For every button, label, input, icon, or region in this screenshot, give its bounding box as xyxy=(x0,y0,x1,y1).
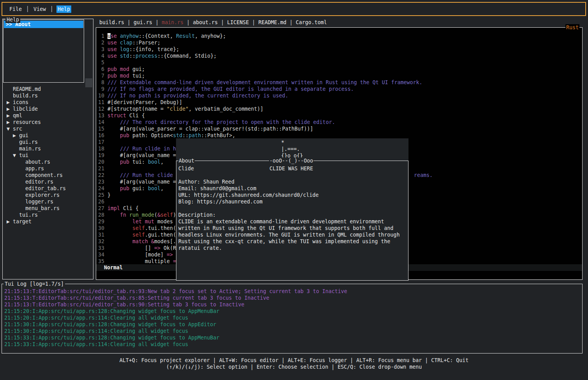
tui-log-title: Tui Log [log=1.7/s] xyxy=(4,281,65,287)
about-product-name: ClideCLIDE WAS HERE xyxy=(176,165,408,172)
code-line[interactable]: 5 xyxy=(96,59,582,66)
about-description-label: Description: xyxy=(176,212,408,218)
tab-gui.rs[interactable]: gui.rs xyxy=(134,19,152,25)
code-line[interactable]: 15 #[arg(value_parser = clap::value_pars… xyxy=(96,125,582,132)
tab-about.rs[interactable]: about.rs xyxy=(193,19,218,25)
code-line[interactable]: 6pub mod gui; xyxy=(96,66,582,72)
tab-LICENSE[interactable]: LICENSE xyxy=(227,19,249,25)
about-field: Author: Shaun Reed xyxy=(176,179,408,185)
keybinding-help-bar: ALT+Q: Focus project explorer | ALT+W: F… xyxy=(0,357,588,370)
tree-item[interactable]: ▼ src xyxy=(4,125,66,132)
tree-item[interactable]: app.rs xyxy=(4,165,66,172)
about-description-line: Rust using the cxx-qt crate, while the T… xyxy=(176,238,408,245)
about-field: URL: https://git.shaunreed.com/shaunrd0/… xyxy=(176,192,408,198)
tree-item[interactable]: ▶ libclide xyxy=(4,106,66,112)
log-line: 21:15:20:I:App:src/tui/app.rs:114:Cleari… xyxy=(4,315,347,321)
about-field: Blog: https://shaunreed.com xyxy=(176,198,408,205)
help-dropdown-title: Help xyxy=(5,16,20,23)
keybinding-help-line-1: ALT+Q: Focus project explorer | ALT+W: F… xyxy=(0,357,588,364)
tree-item[interactable]: ▶ target xyxy=(4,218,66,225)
tree-item[interactable]: editor.rs xyxy=(4,179,66,185)
editor-tabs: build.rs | gui.rs | main.rs | about.rs |… xyxy=(99,19,327,26)
tree-item[interactable]: ▶ qml xyxy=(4,112,66,119)
owl-ascii-art-icon: * |.===. {}o o{} xyxy=(269,139,303,159)
log-line: 21:15:33:I:App:src/tui/app.rs:114:Cleari… xyxy=(4,341,347,348)
tree-item[interactable]: ▶ gui xyxy=(4,132,66,139)
code-line[interactable]: 2use clap::Parser; xyxy=(96,39,582,46)
language-badge: Rust xyxy=(565,24,579,31)
log-line: 21:15:30:I:App:src/tui/app.rs:114:Cleari… xyxy=(4,328,347,334)
tree-item[interactable]: editor_tab.rs xyxy=(4,185,66,192)
tree-item[interactable]: about.rs xyxy=(4,159,66,165)
code-line[interactable]: 16 pub path: Option<std::path::PathBuf>, xyxy=(96,132,582,139)
log-line: 21:15:33:I:App:src/tui/app.rs:128:Changi… xyxy=(4,334,347,341)
owl-feet-ascii-icon: -ooO--(_)--Ooo xyxy=(269,157,313,164)
about-description-line: CLIDE is an extendable command-line driv… xyxy=(176,218,408,225)
tree-item[interactable]: gui.rs xyxy=(4,139,66,145)
about-dialog-title: About xyxy=(178,157,195,164)
log-line: 21:15:20:I:App:src/tui/app.rs:128:Changi… xyxy=(4,308,347,315)
log-line: 21:15:30:I:App:src/tui/app.rs:128:Changi… xyxy=(4,321,347,328)
tree-item[interactable]: ▶ resources xyxy=(4,119,66,125)
about-description-line: written in Rust using the Qt UI framewor… xyxy=(176,225,408,232)
about-description-line: headless Linux environments. The GUI is … xyxy=(176,232,408,238)
about-tagline: CLIDE WAS HERE xyxy=(269,165,313,172)
about-dialog-box: About -ooO--(_)--Ooo ClideCLIDE WAS HERE… xyxy=(176,161,408,281)
about-dialog: * |.===. {}o o{} About -ooO--(_)--Ooo Cl… xyxy=(176,138,408,281)
about-description-line: ratatui crate. xyxy=(176,245,408,251)
tab-main.rs[interactable]: main.rs xyxy=(162,19,183,25)
code-line[interactable]: 4use std::process::{Command, Stdio}; xyxy=(96,53,582,59)
menu-item-view[interactable]: View xyxy=(32,5,47,13)
file-tree: README.md build.rs▶ icons▶ libclide▶ qml… xyxy=(4,86,66,225)
tree-item[interactable]: build.rs xyxy=(4,92,66,99)
menu-item-help[interactable]: Help xyxy=(56,5,71,13)
tree-item[interactable]: menu_bar.rs xyxy=(4,205,66,212)
tree-item[interactable]: component.rs xyxy=(4,172,66,179)
code-line[interactable]: 12#[structopt(name = "clide", verbatim_d… xyxy=(96,106,582,112)
code-line[interactable]: 14 /// The root directory for the projec… xyxy=(96,119,582,125)
code-line[interactable]: 11#[derive(Parser, Debug)] xyxy=(96,99,582,106)
explorer-scrollbar-thumb[interactable] xyxy=(85,78,92,87)
tree-item[interactable]: tui.rs xyxy=(4,212,66,218)
code-line[interactable]: 1use anyhow::{Context, Result, anyhow}; xyxy=(96,33,582,39)
code-line-tail: reams. xyxy=(414,172,433,179)
code-line[interactable]: 9/// If no flags are provided, the GUI e… xyxy=(96,86,582,92)
editor-mode: Normal xyxy=(104,265,123,270)
tab-README.md[interactable]: README.md xyxy=(258,19,286,25)
log-line: 21:15:13:T:EditorTab:src/tui/editor_tab.… xyxy=(4,301,347,308)
tab-build.rs[interactable]: build.rs xyxy=(99,19,124,25)
menu-item-file[interactable]: File xyxy=(8,5,23,13)
log-line: 21:15:13:T:EditorTab:src/tui/editor_tab.… xyxy=(4,288,347,295)
tree-item[interactable]: ▼ tui xyxy=(4,152,66,159)
help-dropdown: Help >> About xyxy=(3,19,84,83)
log-lines: 21:15:13:T:EditorTab:src/tui/editor_tab.… xyxy=(4,288,347,348)
log-line: 21:15:13:T:EditorTab:src/tui/editor_tab.… xyxy=(4,295,347,301)
keybinding-help-line-2: (↑/k)/(↓/j): Select option | Enter: Choo… xyxy=(0,364,588,370)
tree-item[interactable]: logger.rs xyxy=(4,198,66,205)
about-field: Email: shaunrd0@gmail.com xyxy=(176,185,408,192)
tui-log-panel[interactable]: Tui Log [log=1.7/s] 21:15:13:T:EditorTab… xyxy=(2,284,583,353)
code-line[interactable]: 13struct Cli { xyxy=(96,112,582,119)
tree-item[interactable]: explorer.rs xyxy=(4,192,66,198)
tree-item[interactable]: main.rs xyxy=(4,145,66,152)
code-line[interactable]: 7pub mod tui; xyxy=(96,72,582,79)
clide-app: File│View│Help README.md build.rs▶ icons… xyxy=(0,0,588,380)
tree-item[interactable]: README.md xyxy=(4,86,66,92)
code-line[interactable]: 10/// If no path is provided, the curren… xyxy=(96,92,582,99)
code-line[interactable]: 3use log::{info, trace}; xyxy=(96,46,582,53)
tab-Cargo.toml[interactable]: Cargo.toml xyxy=(296,19,327,25)
code-line[interactable]: 8/// Extendable command-line driven deve… xyxy=(96,79,582,86)
about-content: ClideCLIDE WAS HEREAuthor: Shaun ReedEma… xyxy=(176,165,408,251)
menu-bar: File│View│Help xyxy=(2,2,586,16)
tree-item[interactable]: ▶ icons xyxy=(4,99,66,106)
